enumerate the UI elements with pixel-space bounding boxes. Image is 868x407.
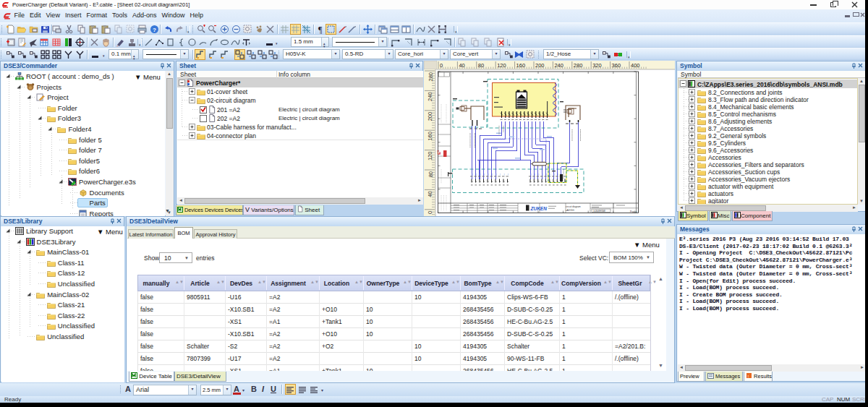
svg-text:320: 320	[592, 62, 602, 69]
svg-text:circuit diagram: circuit diagram	[566, 205, 581, 208]
svg-text:400: 400	[631, 62, 640, 69]
svg-text:360: 360	[612, 62, 621, 69]
svg-text:ZUKEN: ZUKEN	[530, 206, 548, 211]
svg-text:200: 200	[427, 112, 434, 121]
svg-text:=A2/201: =A2/201	[566, 209, 574, 212]
svg-text:1/2039/5W: 1/2039/5W	[593, 210, 606, 213]
svg-text:280: 280	[574, 62, 583, 69]
svg-text:240: 240	[427, 92, 434, 101]
svg-text:120: 120	[427, 152, 434, 161]
svg-text:120: 120	[497, 62, 506, 69]
svg-text:E³: E³	[437, 150, 441, 155]
svg-text:0: 0	[440, 62, 443, 69]
svg-text:0: 0	[427, 211, 434, 214]
svg-text:280: 280	[427, 72, 434, 82]
svg-text:200: 200	[535, 62, 545, 69]
svg-text:160: 160	[427, 132, 434, 141]
svg-text:240: 240	[554, 62, 563, 69]
svg-text:Prodig: Prodig	[630, 210, 637, 213]
svg-text:160: 160	[516, 62, 526, 69]
